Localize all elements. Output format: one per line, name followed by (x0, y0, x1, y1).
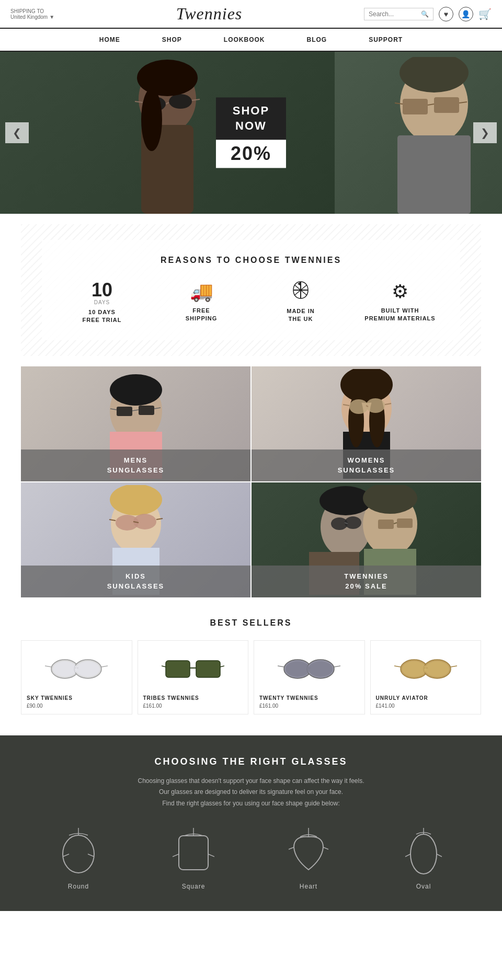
hero-banner: SHOPNOW 20% ❮ ❯ (0, 52, 502, 214)
svg-line-100 (437, 854, 442, 857)
category-kids[interactable]: KIDS SUNGLASSES (21, 482, 250, 597)
svg-rect-57 (378, 520, 394, 529)
product-sky-price: £90.00 (27, 703, 127, 709)
nav-lookbook[interactable]: LOOKBOOK (224, 36, 265, 43)
svg-point-78 (309, 661, 333, 677)
country-selector[interactable]: United Kingdom ▼ (10, 14, 54, 20)
svg-point-35 (349, 399, 368, 414)
hero-text-box: SHOPNOW 20% (216, 97, 286, 168)
category-grid: MENS SUNGLASSES WOMENS SUNGLASSES (0, 366, 502, 597)
category-sale[interactable]: TWENNIES 20% SALE (252, 482, 481, 597)
svg-point-24 (110, 374, 162, 406)
nav-home[interactable]: HOME (99, 36, 120, 43)
svg-point-36 (366, 398, 385, 413)
face-shape-oval[interactable]: Oval (403, 825, 444, 890)
face-shape-square[interactable]: Square (173, 825, 214, 890)
uk-flag-icon (291, 281, 310, 299)
product-tribes[interactable]: TRIBES TWENNIES £161.00 (138, 640, 249, 714)
product-sky[interactable]: SKY TWENNIES £90.00 (21, 640, 132, 714)
search-input[interactable] (369, 10, 421, 18)
account-icon[interactable]: 👤 (459, 7, 473, 21)
product-unruly-price: £141.00 (376, 703, 476, 709)
heart-face-svg (288, 825, 329, 878)
face-guide-title: CHOOSING THE RIGHT GLASSES (21, 756, 481, 767)
svg-rect-90 (179, 836, 208, 870)
reasons-items: 10 DAYS 10 DAYS FREE TRIAL 🚚 FREE SHIPPI… (52, 281, 450, 325)
best-sellers-title: BEST SELLERS (21, 618, 481, 628)
face-shape-round[interactable]: Round (58, 825, 99, 890)
svg-line-88 (63, 854, 69, 857)
sale-label: TWENNIES 20% SALE (252, 566, 481, 597)
svg-rect-12 (434, 97, 459, 113)
face-guide-section: CHOOSING THE RIGHT GLASSES Choosing glas… (0, 735, 502, 911)
product-unruly-image (376, 648, 476, 690)
svg-point-3 (169, 94, 192, 109)
svg-rect-67 (166, 661, 190, 677)
wishlist-icon[interactable]: ♥ (439, 7, 453, 21)
reasons-title: REASONS TO CHOOSE TWENNIES (52, 256, 450, 265)
mens-label: MENS SUNGLASSES (21, 449, 250, 481)
face-shape-heart[interactable]: Heart (288, 825, 329, 890)
svg-point-77 (286, 661, 310, 677)
kids-label: KIDS SUNGLASSES (21, 566, 250, 597)
svg-line-75 (278, 666, 284, 667)
svg-rect-68 (196, 661, 220, 677)
square-face-svg (173, 825, 214, 878)
cart-icon[interactable]: 🛒 (478, 8, 492, 20)
svg-line-70 (162, 666, 166, 667)
svg-point-85 (425, 661, 449, 677)
oval-face-svg (403, 825, 444, 878)
shipping-info: SHIPPING TO United Kingdom ▼ (10, 8, 54, 20)
svg-point-66 (76, 661, 100, 677)
svg-point-55 (345, 516, 361, 529)
svg-line-93 (208, 854, 214, 857)
product-twenty-image (259, 648, 359, 690)
product-tribes-name: TRIBES TWENNIES (143, 695, 243, 701)
svg-line-96 (323, 847, 328, 849)
search-icon[interactable]: 🔍 (421, 10, 429, 18)
product-unruly-name: UNRULY AVIATOR (376, 695, 476, 701)
search-box[interactable]: 🔍 (364, 8, 433, 20)
reason-free-trial: 10 DAYS 10 DAYS FREE TRIAL (52, 281, 152, 325)
site-logo[interactable]: Twennies (176, 4, 243, 24)
nav-blog[interactable]: BLOG (307, 36, 327, 43)
truck-icon: 🚚 (152, 281, 251, 303)
oval-label: Oval (416, 883, 431, 890)
svg-point-8 (141, 88, 162, 151)
reason-premium: ⚙ BUILT WITH PREMIUM MATERIALS (350, 281, 450, 323)
hero-prev-button[interactable]: ❮ (5, 122, 29, 143)
round-face-svg (58, 825, 99, 878)
svg-line-95 (289, 847, 294, 849)
nav-support[interactable]: SUPPORT (369, 36, 403, 43)
category-mens[interactable]: MENS SUNGLASSES (21, 366, 250, 481)
heart-label: Heart (300, 883, 317, 890)
svg-line-82 (394, 666, 401, 667)
svg-point-42 (110, 485, 162, 515)
twenty-glasses-svg (278, 653, 340, 685)
svg-line-99 (405, 854, 410, 857)
hero-next-button[interactable]: ❯ (473, 122, 497, 143)
top-icons: 🔍 ♥ 👤 🛒 (364, 7, 492, 21)
product-tribes-price: £161.00 (143, 703, 243, 709)
reasons-section: REASONS TO CHOOSE TWENNIES 10 DAYS 10 DA… (21, 224, 481, 356)
shop-now-text[interactable]: SHOPNOW (216, 97, 286, 140)
svg-line-83 (451, 666, 457, 667)
tribes-glasses-svg (162, 653, 224, 685)
products-grid: SKY TWENNIES £90.00 TRIBES TWENNIES £161… (21, 640, 481, 714)
svg-rect-10 (397, 135, 471, 214)
reasons-inner: REASONS TO CHOOSE TWENNIES 10 DAYS 10 DA… (42, 240, 460, 340)
category-womens[interactable]: WOMENS SUNGLASSES (252, 366, 481, 481)
svg-line-71 (220, 666, 224, 667)
svg-line-92 (173, 854, 179, 857)
product-twenty-name: TWENTY TWENNIES (259, 695, 359, 701)
svg-point-84 (402, 661, 426, 677)
svg-point-86 (63, 835, 94, 873)
svg-rect-25 (117, 407, 132, 416)
square-label: Square (182, 883, 206, 890)
product-unruly[interactable]: UNRULY AVIATOR £141.00 (370, 640, 482, 714)
product-twenty[interactable]: TWENTY TWENNIES £161.00 (254, 640, 365, 714)
gear-icon: ⚙ (350, 281, 450, 303)
reason-shipping: 🚚 FREE SHIPPING (152, 281, 251, 323)
nav-shop[interactable]: SHOP (162, 36, 182, 43)
discount-text[interactable]: 20% (216, 140, 286, 168)
